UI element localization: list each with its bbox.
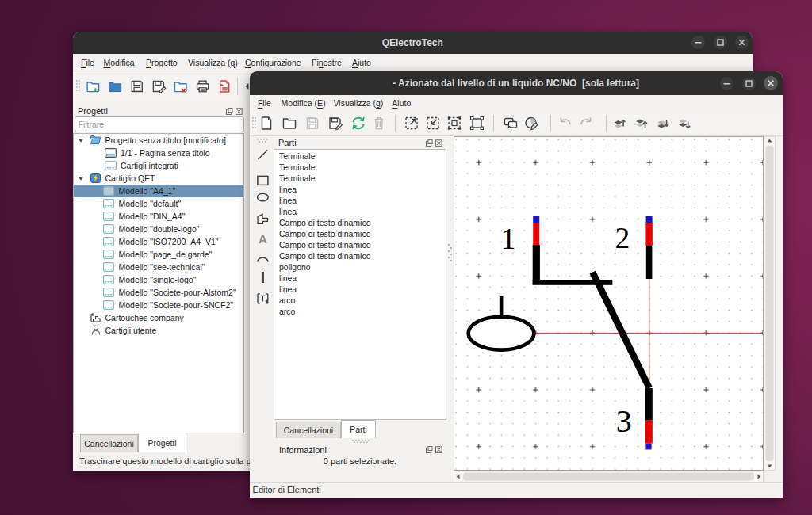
svg-text:1: 1 [501,223,516,255]
svg-text:A: A [259,232,267,246]
svg-text:2: 2 [615,222,630,254]
svg-text:3: 3 [616,403,632,439]
